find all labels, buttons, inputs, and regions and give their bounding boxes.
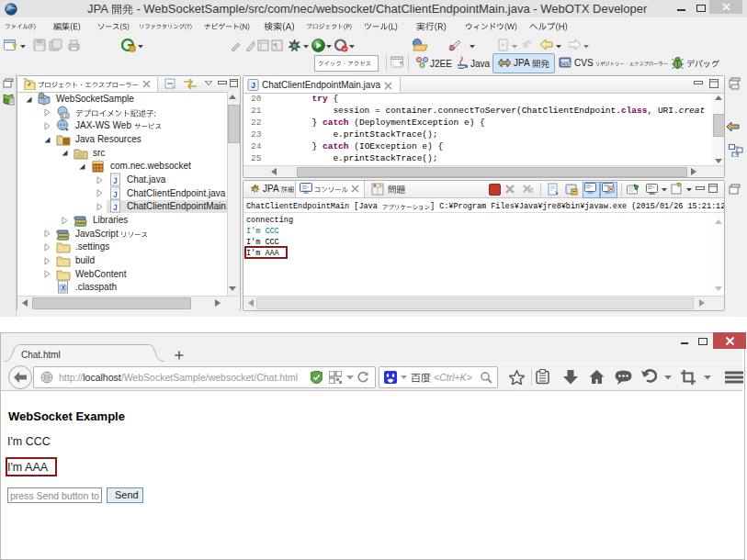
svg-text:X: X [62,285,66,291]
svg-text:J: J [113,203,118,212]
svg-text:3.0: 3.0 [62,113,68,118]
svg-text:J: J [113,190,118,199]
svg-text:J: J [113,176,118,185]
svg-text:J: J [251,81,255,90]
svg-text:CVS: CVS [561,62,572,67]
svg-text:¶: ¶ [274,41,277,50]
